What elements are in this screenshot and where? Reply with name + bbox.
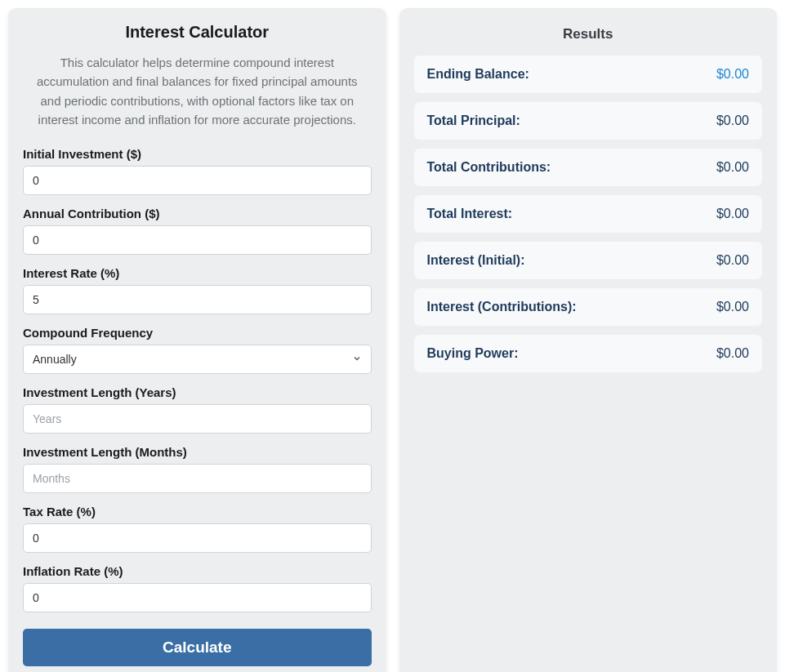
result-value: $0.00	[716, 67, 749, 82]
compound-frequency-label: Compound Frequency	[23, 326, 372, 340]
result-row: Total Contributions:$0.00	[414, 149, 763, 186]
annual-contribution-input[interactable]	[23, 225, 372, 255]
result-label: Total Interest:	[427, 207, 513, 221]
result-value: $0.00	[716, 253, 749, 268]
results-title: Results	[414, 26, 763, 42]
result-row: Interest (Initial):$0.00	[414, 242, 763, 279]
result-value: $0.00	[716, 207, 749, 221]
tax-rate-input[interactable]	[23, 523, 372, 553]
result-label: Interest (Initial):	[427, 253, 525, 268]
result-row: Buying Power:$0.00	[414, 335, 763, 372]
inflation-rate-label: Inflation Rate (%)	[23, 564, 372, 578]
results-panel: Results Ending Balance:$0.00Total Princi…	[399, 8, 778, 672]
result-label: Interest (Contributions):	[427, 300, 577, 314]
result-row: Ending Balance:$0.00	[414, 56, 763, 93]
initial-investment-input[interactable]	[23, 166, 372, 195]
interest-rate-label: Interest Rate (%)	[23, 266, 372, 280]
calculator-title: Interest Calculator	[23, 23, 372, 42]
inflation-rate-input[interactable]	[23, 583, 372, 612]
result-value: $0.00	[716, 113, 749, 128]
tax-rate-label: Tax Rate (%)	[23, 505, 372, 518]
result-label: Buying Power:	[427, 346, 519, 361]
result-value: $0.00	[716, 160, 749, 175]
length-months-label: Investment Length (Months)	[23, 445, 372, 459]
result-row: Total Principal:$0.00	[414, 102, 763, 140]
length-months-input[interactable]	[23, 464, 372, 493]
length-years-input[interactable]	[23, 404, 372, 434]
result-value: $0.00	[716, 346, 749, 361]
result-value: $0.00	[716, 300, 749, 314]
result-label: Total Principal:	[427, 113, 520, 128]
compound-frequency-select[interactable]: Annually	[23, 345, 372, 374]
result-label: Total Contributions:	[427, 160, 551, 175]
interest-rate-input[interactable]	[23, 285, 372, 314]
result-label: Ending Balance:	[427, 67, 529, 82]
calculator-description: This calculator helps determine compound…	[23, 53, 372, 129]
results-list: Ending Balance:$0.00Total Principal:$0.0…	[414, 56, 763, 372]
length-years-label: Investment Length (Years)	[23, 385, 372, 399]
result-row: Interest (Contributions):$0.00	[414, 288, 763, 326]
calculate-button[interactable]: Calculate	[23, 629, 372, 666]
result-row: Total Interest:$0.00	[414, 195, 763, 233]
annual-contribution-label: Annual Contribution ($)	[23, 207, 372, 220]
initial-investment-label: Initial Investment ($)	[23, 147, 372, 161]
calculator-panel: Interest Calculator This calculator help…	[8, 8, 386, 672]
